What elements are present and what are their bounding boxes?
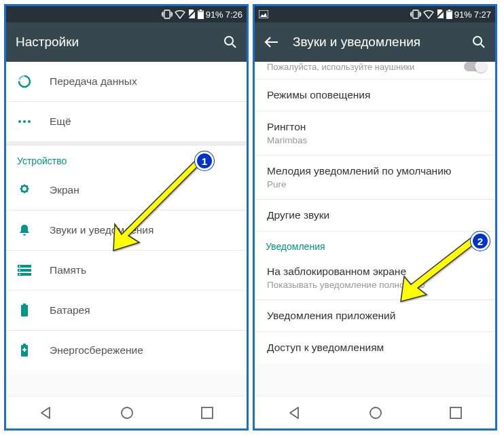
back-button[interactable] bbox=[39, 406, 53, 420]
status-bar: 91% 7:26 bbox=[6, 6, 247, 22]
svg-point-18 bbox=[19, 274, 20, 275]
storage-icon bbox=[17, 265, 32, 276]
wifi-icon bbox=[423, 10, 434, 19]
svg-rect-28 bbox=[413, 10, 418, 18]
svg-point-11 bbox=[28, 120, 31, 123]
svg-point-16 bbox=[19, 266, 20, 267]
item-label: Память bbox=[50, 264, 236, 276]
item-storage[interactable]: Память bbox=[6, 251, 247, 290]
item-display[interactable]: Экран bbox=[6, 170, 247, 210]
battery-percent: 91% bbox=[206, 10, 223, 20]
bell-icon bbox=[17, 223, 32, 237]
search-icon[interactable] bbox=[223, 35, 237, 49]
home-button[interactable] bbox=[120, 406, 134, 420]
svg-point-33 bbox=[473, 37, 482, 45]
item-power-saving[interactable]: Энергосбережение bbox=[6, 331, 247, 370]
page-title: Настройки bbox=[16, 35, 209, 50]
back-arrow-icon[interactable] bbox=[264, 36, 278, 48]
svg-rect-19 bbox=[23, 304, 26, 305]
sound-settings-screen: 91% 7:27 Звуки и уведомления Пожалуйста,… bbox=[253, 4, 497, 431]
svg-rect-24 bbox=[24, 348, 25, 352]
battery-icon bbox=[198, 10, 204, 19]
clock: 7:27 bbox=[474, 10, 491, 20]
item-label: Уведомления приложений bbox=[267, 310, 483, 322]
screenshot-icon bbox=[259, 10, 268, 18]
svg-rect-20 bbox=[21, 305, 28, 316]
recents-button[interactable] bbox=[450, 407, 462, 419]
section-notifications-header: Уведомления bbox=[255, 232, 495, 256]
svg-point-17 bbox=[19, 270, 20, 271]
svg-point-25 bbox=[122, 407, 132, 418]
home-button[interactable] bbox=[369, 406, 382, 420]
section-divider bbox=[6, 141, 247, 146]
svg-line-6 bbox=[232, 44, 236, 48]
clock: 7:26 bbox=[226, 10, 242, 20]
item-subtitle: Пожалуйста, используйте наушники bbox=[267, 62, 483, 72]
item-label: Передача данных bbox=[50, 75, 236, 88]
item-label: Экран bbox=[50, 184, 236, 196]
battery-percent: 91% bbox=[454, 10, 472, 20]
svg-rect-21 bbox=[23, 344, 26, 345]
item-data-usage[interactable]: Передача данных bbox=[6, 62, 247, 101]
item-truncated[interactable]: Пожалуйста, используйте наушники bbox=[255, 62, 495, 79]
item-app-notifications[interactable]: Уведомления приложений bbox=[255, 300, 495, 331]
settings-list: Передача данных Ещё Устройство Экран Зву… bbox=[6, 62, 247, 396]
power-saving-icon bbox=[17, 344, 32, 357]
item-alert-modes[interactable]: Режимы оповещения bbox=[255, 79, 495, 111]
item-label: На заблокированном экране bbox=[267, 266, 483, 278]
item-notification-sound[interactable]: Мелодия уведомлений по умолчанию Pure bbox=[255, 156, 495, 199]
brightness-icon bbox=[17, 183, 32, 197]
item-notification-access[interactable]: Доступ к уведомлениям bbox=[255, 332, 495, 363]
item-label: Режимы оповещения bbox=[267, 89, 483, 101]
svg-rect-27 bbox=[259, 10, 268, 18]
app-bar: Звуки и уведомления bbox=[255, 22, 495, 62]
status-bar: 91% 7:27 bbox=[255, 6, 495, 22]
item-value: Marimbas bbox=[267, 135, 483, 145]
more-icon bbox=[17, 120, 32, 124]
svg-point-9 bbox=[18, 120, 21, 123]
svg-rect-32 bbox=[446, 12, 452, 19]
item-sound[interactable]: Звуки и уведомления bbox=[6, 211, 247, 250]
svg-point-5 bbox=[225, 37, 233, 45]
item-label: Энергосбережение bbox=[50, 344, 236, 357]
app-bar: Настройки bbox=[6, 22, 247, 62]
page-title: Звуки и уведомления bbox=[293, 35, 457, 50]
svg-point-35 bbox=[370, 407, 381, 418]
vibrate-icon bbox=[410, 10, 421, 19]
svg-rect-0 bbox=[164, 10, 170, 18]
item-battery[interactable]: Батарея bbox=[6, 291, 247, 330]
svg-point-12 bbox=[22, 187, 26, 191]
svg-rect-26 bbox=[202, 407, 213, 418]
no-sim-icon bbox=[436, 10, 444, 19]
svg-rect-36 bbox=[450, 407, 461, 418]
item-label: Доступ к уведомлениям bbox=[267, 342, 483, 354]
search-icon[interactable] bbox=[472, 35, 486, 49]
battery-icon bbox=[17, 304, 32, 317]
item-value: Показывать уведомление полностью bbox=[267, 280, 483, 290]
item-ringtone[interactable]: Рингтон Marimbas bbox=[255, 111, 495, 155]
item-label: Другие звуки bbox=[267, 209, 483, 221]
wifi-icon bbox=[175, 10, 185, 19]
no-sim-icon bbox=[187, 10, 196, 19]
toggle-switch[interactable] bbox=[464, 62, 487, 75]
item-label: Мелодия уведомлений по умолчанию bbox=[267, 165, 483, 177]
item-label: Ещё bbox=[50, 115, 236, 128]
item-label: Звуки и уведомления bbox=[50, 224, 236, 236]
settings-screen: 91% 7:26 Настройки Передача данных Ещё У… bbox=[4, 4, 249, 431]
svg-rect-4 bbox=[198, 12, 203, 19]
recents-button[interactable] bbox=[201, 407, 213, 419]
section-device-header: Устройство bbox=[6, 146, 247, 170]
vibrate-icon bbox=[162, 10, 173, 19]
sound-settings-list: Пожалуйста, используйте наушники Режимы … bbox=[255, 62, 495, 396]
svg-point-10 bbox=[23, 120, 26, 123]
item-other-sounds[interactable]: Другие звуки bbox=[255, 200, 495, 231]
item-lockscreen-notifications[interactable]: На заблокированном экране Показывать уве… bbox=[255, 256, 495, 299]
svg-line-34 bbox=[481, 44, 484, 48]
nav-bar bbox=[255, 396, 495, 428]
nav-bar bbox=[6, 396, 247, 428]
item-label: Батарея bbox=[50, 304, 236, 316]
item-value: Pure bbox=[267, 179, 483, 189]
back-button[interactable] bbox=[288, 406, 302, 420]
battery-icon bbox=[446, 10, 452, 19]
item-more[interactable]: Ещё bbox=[6, 102, 247, 141]
